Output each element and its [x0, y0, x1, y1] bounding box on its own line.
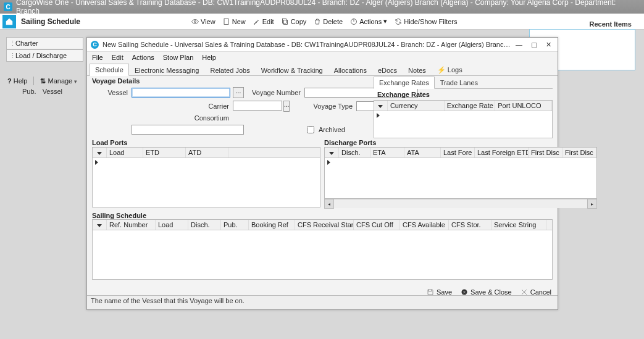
close-button[interactable]: ✕: [546, 41, 551, 49]
dp-lastforeignetd-col[interactable]: Last Foreign ETD: [475, 148, 529, 157]
tab-exchange-rates[interactable]: Exchange Rates: [374, 77, 435, 89]
menu-edit[interactable]: Edit: [112, 54, 123, 61]
er-selector-col[interactable]: [374, 101, 388, 111]
tab-logs[interactable]: ⚡Logs: [432, 64, 468, 76]
er-rate-col[interactable]: Exchange Rate: [445, 101, 496, 111]
sailing-schedule-header: Sailing Schedule: [92, 212, 553, 219]
dialog-titlebar: C New Sailing Schedule - Universal Sales…: [87, 38, 558, 52]
ss-pub-col[interactable]: Pub.: [221, 220, 249, 230]
scroll-right-button[interactable]: ▸: [587, 199, 597, 209]
filter-charter[interactable]: ⋮⋮Charter: [6, 37, 83, 49]
tab-allocations[interactable]: Allocations: [328, 64, 372, 76]
home-icon: [5, 17, 14, 26]
power-icon: [350, 18, 358, 25]
app-titlebar: C CargoWise One - Universal Sales & Trai…: [0, 0, 644, 14]
consortium-input: [132, 125, 244, 135]
lp-etd-col[interactable]: ETD: [143, 148, 186, 157]
tab-trade-lanes[interactable]: Trade Lanes: [435, 77, 483, 89]
tab-schedule[interactable]: Schedule: [90, 64, 129, 76]
discharge-ports-header: Discharge Ports: [324, 139, 597, 146]
tab-related-jobs[interactable]: Related Jobs: [204, 64, 255, 76]
er-currency-col[interactable]: Currency: [388, 101, 445, 111]
exchange-rates-header: Exchange Rates: [374, 89, 553, 100]
ss-cfsreceival-col[interactable]: CFS Receival Start: [295, 220, 354, 230]
copy-button[interactable]: Copy: [282, 18, 307, 25]
hide-filters-button[interactable]: Hide/Show Filters: [395, 18, 457, 25]
actions-button[interactable]: Actions▾: [350, 17, 387, 25]
tab-logs-label: Logs: [448, 66, 462, 73]
tab-workflow-tracking[interactable]: Workflow & Tracking: [256, 64, 328, 76]
dp-lastfore-col[interactable]: Last Fore: [441, 148, 475, 157]
manage-label: Manage: [48, 77, 72, 85]
edit-button[interactable]: Edit: [253, 18, 274, 25]
ss-selector-col[interactable]: [93, 220, 107, 230]
ss-cfsstor-col[interactable]: CFS Stor.: [449, 220, 491, 230]
archived-checkbox[interactable]: [307, 126, 314, 133]
filter-load-discharge[interactable]: ⋮⋮Load / Discharge: [6, 49, 83, 62]
view-label: View: [201, 18, 215, 25]
voyage-number-label: Voyage Number: [246, 89, 302, 96]
carrier-input[interactable]: [233, 101, 282, 111]
dp-firstdisc-col[interactable]: First Disc: [529, 148, 562, 157]
dialog-statusbar: The name of the Vessel that this Voyage …: [87, 295, 558, 309]
lp-selector-col[interactable]: [93, 148, 107, 157]
carrier-label: Carrier: [132, 103, 230, 110]
discharge-ports-grid[interactable]: Disch. ETA ATA Last Fore Last Foreign ET…: [324, 147, 597, 199]
main-toolbar: View New Edit Copy Delete Actions▾ Hide/…: [191, 17, 457, 25]
ss-servicestring-col[interactable]: Service String: [491, 220, 546, 230]
scroll-left-button[interactable]: ◂: [324, 199, 334, 209]
discharge-scrollbar[interactable]: ◂ ▸: [324, 199, 597, 208]
dp-eta-col[interactable]: ETA: [370, 148, 404, 157]
vessel-lookup-button[interactable]: ...: [233, 87, 244, 98]
menu-help[interactable]: Help: [202, 54, 216, 61]
help-button[interactable]: ? Help: [7, 77, 27, 85]
sailing-schedule-grid[interactable]: Ref. Number Load Disch. Pub. Booking Ref…: [92, 219, 553, 280]
edit-icon: [253, 18, 261, 25]
minimize-button[interactable]: —: [516, 41, 522, 49]
filter-column-row: Pub. Vessel: [6, 88, 83, 95]
exchange-rates-grid[interactable]: Currency Exchange Rate Port UNLOCO: [374, 100, 553, 138]
voyage-type-label: Voyage Type: [304, 103, 354, 110]
module-header: Sailing Schedule View New Edit Copy Dele…: [0, 14, 644, 30]
menu-actions[interactable]: Actions: [132, 54, 154, 61]
actions-label: Actions: [359, 18, 382, 25]
ss-cfscutoff-col[interactable]: CFS Cut Off: [354, 220, 400, 230]
hide-label: Hide/Show Filters: [404, 18, 457, 25]
new-label: New: [232, 18, 246, 25]
tab-electronic-messaging[interactable]: Electronic Messaging: [129, 64, 205, 76]
vessel-input[interactable]: [132, 88, 230, 98]
dialog-tabs: Schedule Electronic Messaging Related Jo…: [87, 63, 558, 76]
dp-disch-col[interactable]: Disch.: [339, 148, 370, 157]
archived-label: Archived: [319, 126, 345, 133]
ss-cfsavail-col[interactable]: CFS Available: [400, 220, 449, 230]
load-ports-grid[interactable]: Load ETD ATD: [92, 147, 320, 207]
load-ports-header: Load Ports: [92, 139, 320, 146]
exchange-rates-panel: Exchange Rates Trade Lanes Exchange Rate…: [374, 76, 553, 138]
lp-atd-col[interactable]: ATD: [186, 148, 228, 157]
new-button[interactable]: New: [223, 18, 246, 25]
carrier-lookup-button[interactable]: ...: [283, 101, 290, 112]
menu-stow-plan[interactable]: Stow Plan: [163, 54, 194, 61]
voyage-type-code[interactable]: [356, 101, 375, 111]
vessel-label: Vessel: [92, 89, 129, 96]
menu-file[interactable]: File: [92, 54, 103, 61]
er-port-col[interactable]: Port UNLOCO: [495, 101, 552, 111]
ss-bookingref-col[interactable]: Booking Ref: [249, 220, 295, 230]
eye-icon: [191, 18, 199, 25]
filter-pane: ⋮⋮Charter ⋮⋮Load / Discharge ? Help ⇅ Ma…: [6, 37, 83, 95]
ss-ref-col[interactable]: Ref. Number: [107, 220, 156, 230]
delete-button[interactable]: Delete: [314, 18, 343, 25]
ss-load-col[interactable]: Load: [156, 220, 188, 230]
home-button[interactable]: [2, 15, 16, 28]
dp-selector-col[interactable]: [325, 148, 339, 157]
tab-edocs[interactable]: eDocs: [372, 64, 403, 76]
pub-col: Pub.: [22, 88, 36, 95]
view-button[interactable]: View: [191, 18, 215, 25]
dp-ata-col[interactable]: ATA: [404, 148, 441, 157]
ss-disch-col[interactable]: Disch.: [188, 220, 221, 230]
maximize-button[interactable]: ▢: [531, 41, 537, 49]
manage-button[interactable]: ⇅ Manage ▾: [40, 77, 77, 85]
tab-notes[interactable]: Notes: [403, 64, 432, 76]
lp-load-col[interactable]: Load: [107, 148, 143, 157]
dp-firstdisc2-col[interactable]: First Disc: [562, 148, 596, 157]
